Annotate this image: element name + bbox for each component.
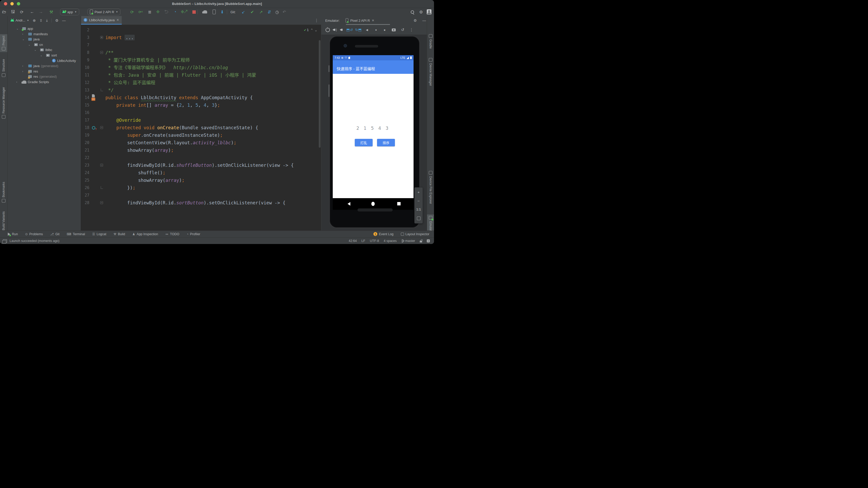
strip-item-structure[interactable]: Structure [0,58,7,79]
emulator-settings-gear-icon[interactable]: ⚙ [413,19,417,23]
tab-lblbcactivity[interactable]: C LblbcActivity.java ✕ [81,16,122,24]
code-line-28[interactable]: 28− findViewById(R.id.sortButton).setOnC… [81,199,321,207]
tree-item-lblbcactivity[interactable]: CLblbcActivity [7,58,81,63]
chevron-right-icon[interactable]: › [16,81,19,83]
code-line-9[interactable]: 9 * 厦门大学计算机专业 | 前华为工程师 [81,57,321,64]
tab-options-kebab-icon[interactable]: ⋮ [315,18,318,23]
code-line-2[interactable]: 2 [81,26,321,34]
save-all-icon[interactable]: 🖫 [10,9,16,15]
shuffle-button[interactable]: 打乱 [355,139,373,146]
volume-up-icon[interactable] [332,27,337,33]
git-branch-widget[interactable]: master [401,239,415,243]
event-log-button[interactable]: 1 Event Log [373,232,393,236]
rotate-right-icon[interactable]: ↻⬒ [355,27,361,33]
avatar[interactable] [427,9,431,14]
strip-item-device-file-explorer[interactable]: Device File Explorer [427,170,434,205]
strip-item-gradle[interactable]: Gradle [427,33,434,50]
toolwindow-button-problems[interactable]: ⊙Problems [25,232,43,236]
tree-item-java[interactable]: ›java (generated) [7,63,81,69]
chevron-down-icon[interactable]: ⌄ [16,27,19,30]
fold-expand-icon[interactable]: + [100,36,103,39]
tree-item-cn[interactable]: ⌄cn [7,42,81,48]
toolwindow-button-app-inspection[interactable]: ♟App Inspection [132,232,158,236]
close-tab-icon[interactable]: ✕ [117,18,119,22]
toolwindow-button-git[interactable]: ⎇Git [50,232,60,236]
overview-button-icon[interactable]: ■ [382,27,388,33]
related-layout-file-icon[interactable]: <> [91,94,96,101]
code-line-8[interactable]: 8−/** [81,49,321,57]
fold-collapse-icon[interactable]: − [100,201,103,204]
chevron-down-icon[interactable]: ⌄ [28,43,31,46]
code-line-14[interactable]: 14<>public class LblbcActivity extends A… [81,94,321,101]
collapse-all-icon[interactable]: ⤓ [46,18,48,23]
chevron-right-icon[interactable]: › [22,64,25,67]
sdk-manager-icon[interactable]: ⬇ [219,9,225,15]
chevron-right-icon[interactable]: › [22,33,25,35]
code-line-12[interactable]: 12 * 公众号: 蓝不蓝编程 [81,79,321,87]
readonly-lock-icon[interactable] [420,241,422,242]
fold-collapse-icon[interactable]: − [100,126,103,129]
code-line-7[interactable]: 7 [81,41,321,49]
make-project-hammer-icon[interactable]: ⚒ [48,9,54,15]
line-separator[interactable]: LF [362,239,365,243]
indent-setting[interactable]: 4 spaces [384,239,397,243]
nav-back-icon[interactable] [347,202,350,206]
tree-item-app[interactable]: ⌄app [7,26,81,31]
stop-icon[interactable] [191,9,197,15]
back-button-icon[interactable]: ◀ [364,27,370,33]
git-history-icon[interactable]: ◷ [274,9,280,15]
screenshot-camera-icon[interactable] [391,27,397,33]
snapshots-icon[interactable]: ↺ [400,27,405,33]
toolwindow-button-todo[interactable]: ≔TODO [165,232,180,236]
tree-item-gradle-scripts[interactable]: ›Gradle Scripts [7,79,81,85]
gradle-sync-icon[interactable] [202,9,208,15]
sync-icon[interactable]: ⟳ [19,9,25,15]
fit-to-window-button[interactable] [414,214,423,223]
git-commit-icon[interactable]: ✔ [249,9,255,15]
chevron-right-icon[interactable]: › [22,70,25,73]
strip-item-resource-manager[interactable]: Resource Manager [0,86,7,120]
hide-panel-icon[interactable]: — [62,19,66,23]
volume-down-icon[interactable] [339,27,345,33]
chevron-down-icon[interactable]: ⌄ [34,49,37,51]
tree-item-res[interactable]: res (generated) [7,74,81,79]
zoom-in-button[interactable]: + [414,187,423,196]
file-encoding[interactable]: UTF-8 [370,239,379,243]
back-icon[interactable]: ← [29,9,35,15]
profiler-gauge-icon[interactable]: ◔ [172,9,178,15]
git-update-icon[interactable]: ↙ [240,9,247,15]
attach-debugger-icon[interactable]: ⮌ [163,9,169,15]
toolwindow-button-logcat[interactable]: ☰Logcat [92,232,106,236]
tree-item-res[interactable]: ›res [7,69,81,74]
code-editor[interactable]: ✔1 ⌃ ⌄ 23+import ...78−/**9 * 厦门大学计算机专业 … [81,25,321,231]
strip-item-device-manager[interactable]: Device Manager [427,57,434,87]
home-button-icon[interactable]: ● [373,27,379,33]
toolwindow-button-build[interactable]: ⚒Build [114,232,125,236]
code-line-24[interactable]: 24 shuffle(); [81,169,321,177]
search-everywhere-icon[interactable] [409,9,415,15]
locate-file-icon[interactable]: ⊕ [33,19,36,23]
nav-overview-icon[interactable] [397,202,401,205]
close-emulator-tab-icon[interactable]: ✕ [372,19,374,22]
code-line-15[interactable]: 15 private int[] array = {2, 1, 5, 4, 3}… [81,101,321,109]
tree-item-lblbc[interactable]: ⌄lblbc [7,47,81,53]
toolwindow-button-profiler[interactable]: ◔Profiler [186,232,200,236]
fold-collapse-icon[interactable]: − [100,51,103,54]
zoom-actual-size-button[interactable]: 1:1 [414,205,423,214]
fold-collapse-icon[interactable]: − [100,164,103,166]
strip-item-project[interactable]: Project [0,34,7,52]
toolwindow-button-terminal[interactable]: ⌨Terminal [67,232,85,236]
code-line-16[interactable]: 16 [81,109,321,117]
device-manager-icon[interactable] [211,9,217,15]
strip-item-bookmarks[interactable]: Bookmarks [0,180,7,204]
layout-inspector-button[interactable]: Layout Inspector [401,232,429,236]
tree-item-sort[interactable]: ⌄sort [7,53,81,58]
code-line-27[interactable]: 27 [81,192,321,199]
caret-position[interactable]: 42:64 [348,239,356,243]
device-select[interactable]: Pixel 2 API R ▼ [88,8,120,15]
code-line-19[interactable]: 19 super.onCreate(savedInstanceState); [81,131,321,139]
overriding-method-icon[interactable]: ↑ [92,126,97,130]
code-line-25[interactable]: 25 showArray(array); [81,177,321,184]
project-view-select[interactable]: Andr... ▼ [11,19,29,22]
panel-options-gear-icon[interactable]: ⚙ [55,19,59,23]
